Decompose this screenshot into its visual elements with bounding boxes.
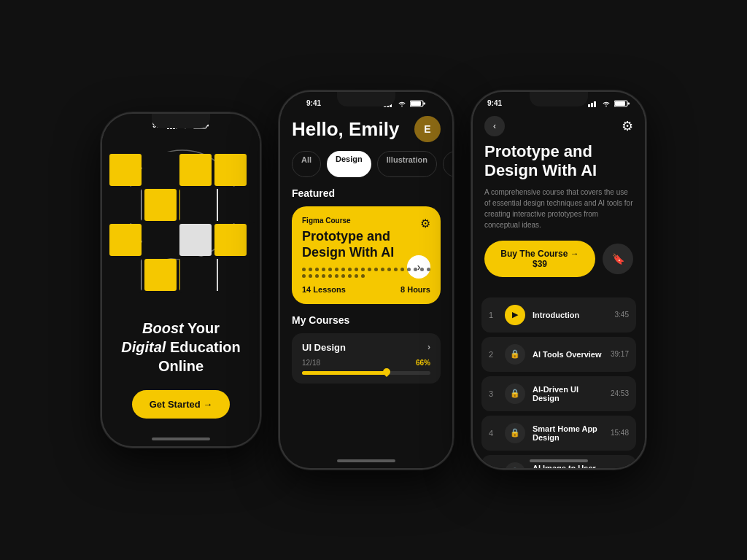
svg-rect-44 [628,102,630,104]
filter-illustration[interactable]: Illustration [377,151,437,177]
course-name: UI Design [302,342,346,353]
lock-icon: 🔒 [505,344,525,365]
lesson-time: 3:45 [615,311,629,319]
battery-icon-3 [614,100,630,107]
svg-rect-29 [104,187,141,223]
progress-fill [302,371,387,375]
svg-rect-28 [180,257,217,293]
lesson-name: Introduction [533,311,608,319]
lesson-item[interactable]: 4 🔒 Smart Home App Design 15:48 [481,416,636,451]
back-button[interactable]: ‹ [484,116,505,136]
svg-rect-32 [218,257,255,293]
svg-rect-31 [104,257,141,293]
status-icons-3 [588,100,630,107]
lesson-name: AI-Driven UI Design [533,385,603,402]
splash-graphic [102,132,260,307]
course-item[interactable]: UI Design › 12/18 66% [292,333,441,384]
detail-description: A comprehensive course that covers the u… [484,187,633,230]
hours-count: 8 Hours [400,285,430,294]
svg-rect-41 [594,101,596,107]
lesson-number: 1 [489,311,498,319]
progress-pct: 66% [416,359,430,367]
wifi-icon-3 [601,100,611,107]
svg-rect-19 [179,224,212,256]
svg-rect-40 [591,103,593,107]
notch-3 [530,92,588,106]
signal-icon-3 [588,100,598,107]
progress-label: 12/18 [302,359,320,367]
lock-icon: 🔒 [505,462,525,468]
svg-rect-27 [142,222,179,258]
svg-rect-22 [144,259,177,291]
home-indicator-3 [530,459,588,462]
get-started-label: Get Started → [150,399,213,410]
splash-heading-bold: Boost [142,320,184,336]
phone-detail: 9:41 [471,90,646,470]
progress-bar [302,371,430,375]
lesson-item[interactable]: 2 🔒 AI Tools Overview 39:17 [481,337,636,372]
phone-splash: 9:41 [101,112,261,448]
chevron-icon: › [427,342,430,353]
lock-icon: 🔒 [505,384,525,404]
svg-rect-25 [142,152,179,188]
svg-rect-9 [109,154,142,186]
notch-2 [337,92,395,106]
figma-badge: Figma Course [302,217,430,225]
figma-icon: ⚙ [420,217,430,230]
featured-card[interactable]: Figma Course ⚙ Prototype and Design With… [292,206,441,304]
filter-tabs: All Design Illustration 3D Render [292,151,441,177]
svg-rect-14 [144,189,177,221]
featured-label: Featured [292,187,441,199]
featured-arrow[interactable]: › [407,255,430,279]
svg-rect-20 [214,224,247,256]
get-started-button[interactable]: Get Started → [132,390,231,419]
svg-rect-26 [180,187,217,223]
lessons-count: 14 Lessons [302,285,346,294]
lesson-number: 4 [489,429,498,438]
lesson-name: AI Image to User Interface [533,464,603,468]
svg-rect-11 [179,154,212,186]
lesson-name: AI Tools Overview [533,350,603,359]
buy-button[interactable]: Buy The Course → $39 [484,241,595,277]
lesson-number: 3 [489,389,498,398]
detail-header: ‹ ⚙ [473,110,645,142]
lesson-time: 15:48 [611,429,629,437]
buy-row: Buy The Course → $39 🔖 [484,241,633,277]
time-3: 9:41 [487,99,502,107]
lesson-time: 39:17 [611,350,629,358]
battery-icon-2 [410,100,426,107]
figma-detail-icon: ⚙ [622,118,633,134]
detail-title: Prototype andDesign With AI [484,142,633,181]
lesson-number: 2 [489,350,498,359]
time-2: 9:41 [306,99,321,107]
home-indicator-1 [152,438,210,440]
svg-rect-39 [588,104,590,107]
phone-home: 9:41 [279,90,454,470]
featured-title: Prototype and Design With AI [302,229,404,260]
lesson-item[interactable]: 3 🔒 AI-Driven UI Design 24:53 [481,376,636,411]
splash-text: Boost YourDigital EducationOnline [107,307,255,390]
lesson-item[interactable]: 1 ▶ Introduction 3:45 [481,298,636,332]
svg-rect-17 [109,224,142,256]
svg-rect-43 [615,101,625,106]
my-courses-section: My Courses UI Design › 12/18 66% [292,314,441,384]
progress-marker [382,367,392,377]
filter-design[interactable]: Design [327,151,371,177]
my-courses-label: My Courses [292,314,441,326]
svg-rect-12 [214,154,247,186]
lesson-list: 1 ▶ Introduction 3:45 2 🔒 AI Tools Overv… [473,298,645,468]
svg-rect-37 [411,101,421,106]
home-indicator-2 [337,459,395,462]
wifi-icon-2 [397,100,407,107]
play-icon: ▶ [505,305,525,325]
card-footer: 14 Lessons 8 Hours [302,285,430,294]
notch [152,114,210,128]
svg-rect-30 [218,187,255,223]
filter-all[interactable]: All [292,151,321,177]
bookmark-button[interactable]: 🔖 [603,244,633,274]
avatar: E [414,116,441,142]
hello-header: Hello, Emily E [292,116,441,142]
lesson-time: 24:53 [611,389,629,397]
lesson-name: Smart Home App Design [533,424,603,442]
filter-3d[interactable]: 3D Render [443,151,452,177]
